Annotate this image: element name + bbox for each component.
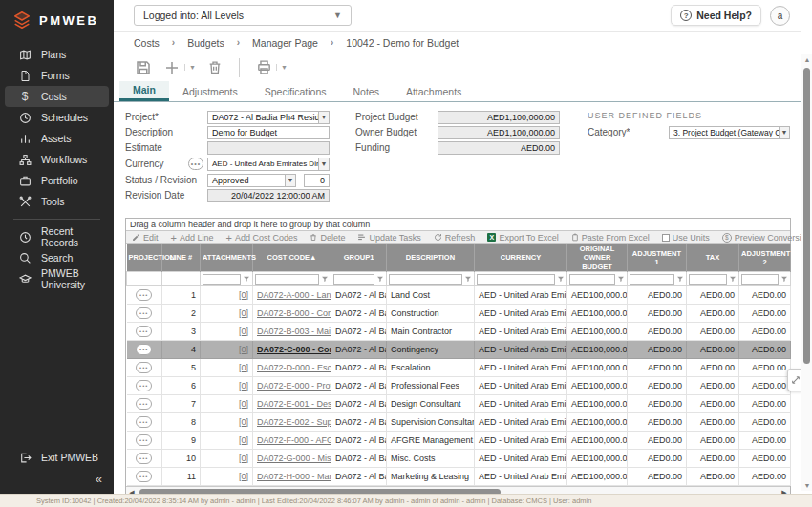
- attachments-link[interactable]: [0]: [239, 417, 248, 427]
- filter-icon[interactable]: [676, 275, 684, 283]
- description-input[interactable]: Demo for Budget: [207, 126, 330, 139]
- col-original-owner-budget[interactable]: ORIGINAL OWNER BUDGET: [567, 244, 628, 272]
- row-actions-button[interactable]: •••: [136, 398, 152, 410]
- table-row[interactable]: ••• 4 [0] DA072-C-000 - Continge DA072 -…: [127, 341, 791, 359]
- filter-icon[interactable]: [243, 275, 250, 283]
- col-description[interactable]: DESCRIPTION: [387, 244, 475, 272]
- breadcrumb-costs[interactable]: Costs: [134, 37, 160, 49]
- delete-line-button[interactable]: Delete: [310, 233, 345, 243]
- chevron-down-icon[interactable]: ▼: [779, 126, 790, 139]
- group-by-bar[interactable]: Drag a column header and drop it here to…: [126, 219, 790, 231]
- row-actions-button[interactable]: •••: [136, 326, 152, 337]
- add-button[interactable]: ▼: [160, 59, 200, 76]
- print-dropdown-caret[interactable]: ▼: [276, 64, 288, 71]
- row-actions-button[interactable]: •••: [136, 307, 152, 319]
- breadcrumb-manager-page[interactable]: Manager Page: [252, 37, 318, 49]
- col-attachments[interactable]: ATTACHMENTS: [201, 244, 253, 272]
- sidebar-item-search[interactable]: Search: [5, 247, 109, 268]
- preview-conversions-button[interactable]: $ Preview Conversions: [722, 233, 812, 243]
- table-row[interactable]: ••• 10 [0] DA072-G-000 - Misc. Co DA072 …: [127, 450, 791, 468]
- attachments-link[interactable]: [0]: [239, 435, 248, 445]
- cost-code-link[interactable]: DA072-B-003 - Main Cor: [257, 327, 331, 336]
- col-currency[interactable]: CURRENCY: [475, 244, 567, 272]
- table-row[interactable]: ••• 7 [0] DA072-E-001 - Design C DA072 -…: [127, 395, 791, 413]
- col-group[interactable]: GROUP1: [331, 244, 387, 272]
- col-tax[interactable]: TAX: [687, 244, 739, 272]
- delete-button[interactable]: [203, 59, 226, 75]
- save-button[interactable]: [131, 59, 156, 76]
- scroll-up-arrow-icon[interactable]: ▲: [801, 56, 812, 63]
- row-actions-button[interactable]: •••: [136, 453, 152, 464]
- table-row[interactable]: ••• 9 [0] DA072-F-000 - AFGRE M DA072 - …: [127, 432, 791, 450]
- attachments-link[interactable]: [0]: [239, 327, 248, 336]
- filter-icon[interactable]: [729, 275, 737, 283]
- cost-code-link[interactable]: DA072-F-000 - AFGRE M: [257, 435, 331, 445]
- category-select[interactable]: 3. Project Budget (Gateway C-E) ▼: [669, 126, 790, 139]
- row-actions-button[interactable]: •••: [136, 344, 152, 355]
- filter-tax-input[interactable]: [689, 274, 727, 285]
- print-button[interactable]: ▼: [252, 59, 291, 75]
- sidebar-item-plans[interactable]: Plans: [5, 44, 109, 65]
- table-row[interactable]: ••• 11 [0] DA072-H-000 - Marketin DA072 …: [127, 468, 791, 486]
- table-row[interactable]: ••• 8 [0] DA072-E-002 - Supervisi DA072 …: [127, 413, 791, 432]
- table-row[interactable]: ••• 3 [0] DA072-B-003 - Main Cor DA072 -…: [127, 323, 791, 341]
- sidebar-item-forms[interactable]: Forms: [5, 65, 109, 86]
- filter-icon[interactable]: [321, 275, 329, 283]
- breadcrumb-record[interactable]: 10042 - Demo for Budget: [346, 37, 459, 49]
- breadcrumb-budgets[interactable]: Budgets: [187, 37, 224, 49]
- add-line-button[interactable]: + Add Line: [171, 233, 214, 243]
- checkbox-icon[interactable]: [662, 234, 670, 242]
- attachments-link[interactable]: [0]: [239, 454, 248, 463]
- tab-notes[interactable]: Notes: [340, 81, 393, 101]
- export-to-excel-button[interactable]: X Export To Excel: [487, 233, 558, 243]
- cost-code-link[interactable]: DA072-B-000 - Construc: [257, 308, 331, 318]
- attachments-link[interactable]: [0]: [239, 399, 248, 409]
- row-actions-button[interactable]: •••: [136, 362, 152, 373]
- sidebar-item-costs[interactable]: $ Costs: [5, 86, 109, 107]
- attachments-link[interactable]: [0]: [239, 363, 248, 372]
- sidebar-collapse-button[interactable]: «: [0, 472, 114, 494]
- row-actions-button[interactable]: •••: [136, 289, 152, 301]
- sidebar-item-tools[interactable]: Tools: [5, 191, 109, 212]
- filter-currency-input[interactable]: [477, 274, 555, 285]
- filter-cost-code-input[interactable]: [255, 274, 319, 285]
- cost-code-link[interactable]: DA072-E-000 - Professio: [257, 381, 331, 391]
- project-select[interactable]: DA072 - Al Badia Ph4 Residential Deve ▼: [207, 111, 330, 124]
- col-projection[interactable]: PROJECTION: [127, 244, 162, 272]
- update-tasks-button[interactable]: Update Tasks: [357, 233, 420, 243]
- paste-from-excel-button[interactable]: Paste From Excel: [571, 233, 650, 243]
- filter-icon[interactable]: [557, 275, 565, 283]
- filter-original-budget-input[interactable]: [569, 274, 615, 285]
- currency-options-button[interactable]: •••: [188, 158, 203, 170]
- exit-pmweb-button[interactable]: Exit PMWEB: [5, 447, 109, 468]
- row-actions-button[interactable]: •••: [136, 380, 152, 391]
- add-dropdown-caret[interactable]: ▼: [184, 64, 196, 71]
- cost-code-link[interactable]: DA072-C-000 - Continge: [257, 345, 331, 354]
- sidebar-item-workflows[interactable]: Workflows: [5, 149, 109, 170]
- avatar[interactable]: a: [770, 6, 790, 26]
- status-select[interactable]: Approved ▼: [207, 174, 296, 187]
- need-help-button[interactable]: ? Need Help?: [671, 5, 761, 26]
- col-adjustment-1[interactable]: ADJUSTMENT 1: [628, 244, 687, 272]
- cost-code-link[interactable]: DA072-H-000 - Marketin: [257, 472, 331, 481]
- tab-specifications[interactable]: Specifications: [251, 81, 340, 101]
- sidebar-item-portfolio[interactable]: Portfolio: [5, 170, 109, 191]
- filter-description-input[interactable]: [389, 274, 462, 285]
- row-actions-button[interactable]: •••: [136, 434, 152, 446]
- chevron-down-icon[interactable]: ▼: [318, 111, 330, 124]
- chevron-down-icon[interactable]: ▼: [318, 158, 330, 171]
- filter-icon[interactable]: [780, 275, 788, 283]
- sidebar-item-schedules[interactable]: Schedules: [5, 107, 109, 128]
- filter-group-input[interactable]: [333, 274, 374, 285]
- chevron-down-icon[interactable]: ▼: [285, 174, 296, 187]
- sidebar-item-pmweb-university[interactable]: PMWEB University: [5, 268, 109, 289]
- filter-icon[interactable]: [617, 275, 625, 283]
- refresh-button[interactable]: Refresh: [434, 233, 476, 243]
- cost-code-link[interactable]: DA072-D-000 - Escalatio: [257, 363, 331, 372]
- sidebar-item-assets[interactable]: Assets: [5, 128, 109, 149]
- page-vertical-scrollbar[interactable]: ▲ ▼: [801, 54, 812, 491]
- filter-icon[interactable]: [376, 275, 384, 283]
- filter-adjustment-2-input[interactable]: [741, 274, 779, 285]
- logged-into-select[interactable]: Logged into: All Levels ▼: [134, 5, 352, 26]
- use-units-checkbox[interactable]: Use Units: [662, 233, 710, 243]
